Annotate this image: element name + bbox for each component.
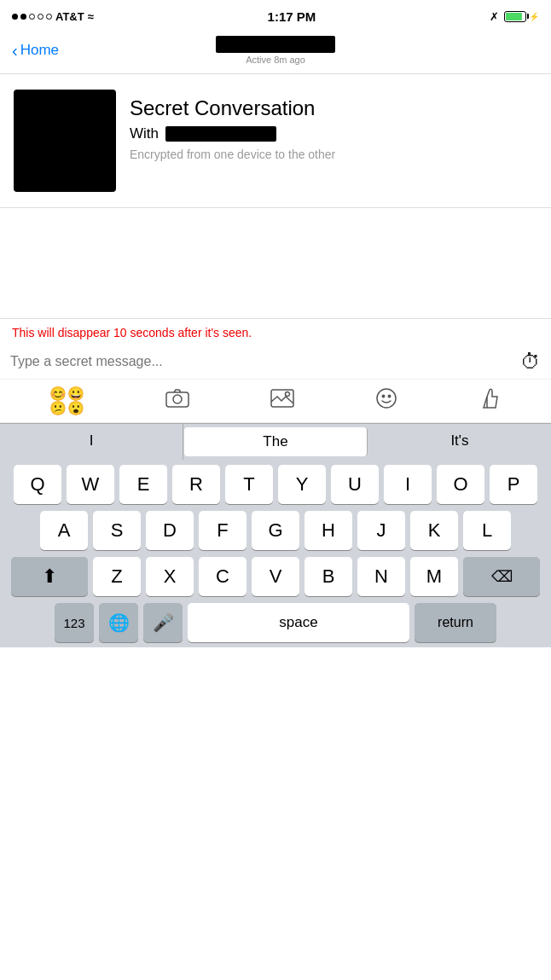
key-o[interactable]: O (437, 465, 484, 504)
suggestion-i[interactable]: I (0, 424, 183, 460)
key-e[interactable]: E (119, 465, 167, 504)
key-mic[interactable]: 🎤 (143, 603, 183, 642)
status-left: AT&T ≈ (12, 10, 94, 23)
key-shift[interactable]: ⬆ (11, 557, 88, 596)
key-x[interactable]: X (146, 557, 194, 596)
keyboard-row-2: A S D F G H J K L (3, 511, 548, 550)
status-time: 1:17 PM (268, 9, 316, 24)
profile-section: Secret Conversation With Encrypted from … (0, 74, 551, 208)
svg-point-5 (382, 395, 384, 397)
keyboard-row-1: Q W E R T Y U I O P (3, 465, 548, 504)
svg-point-6 (388, 395, 390, 397)
battery-body (504, 11, 526, 22)
timer-icon[interactable]: ⏱ (520, 350, 541, 374)
emoji-1: 😊 (49, 387, 67, 401)
key-r[interactable]: R (172, 465, 220, 504)
key-c[interactable]: C (199, 557, 246, 596)
key-s[interactable]: S (93, 511, 141, 550)
key-u[interactable]: U (331, 465, 379, 504)
thumbsup-button[interactable] (478, 386, 502, 415)
dot-5 (46, 14, 52, 20)
battery-indicator: ⚡ (504, 11, 539, 22)
key-v[interactable]: V (252, 557, 299, 596)
key-b[interactable]: B (304, 557, 352, 596)
dot-3 (29, 14, 35, 20)
key-123[interactable]: 123 (55, 603, 94, 642)
key-q[interactable]: Q (14, 465, 61, 504)
status-bar: AT&T ≈ 1:17 PM ✗ ⚡ (0, 0, 551, 31)
emoji-4: 😮 (67, 402, 84, 415)
svg-point-1 (173, 395, 182, 403)
message-input[interactable] (10, 354, 512, 369)
gallery-button[interactable] (270, 388, 294, 414)
back-label: Home (20, 42, 59, 59)
key-k[interactable]: K (410, 511, 458, 550)
avatar (14, 90, 116, 192)
key-z[interactable]: Z (93, 557, 141, 596)
profile-description: Encrypted from one device to the other (130, 148, 335, 161)
message-area (0, 208, 551, 319)
num-label: 123 (63, 616, 84, 630)
keyboard-bottom-row: 123 🌐 🎤 space return (3, 603, 548, 642)
keyboard-suggestions: I The It's (0, 423, 551, 460)
disappear-notice: This will disappear 10 seconds after it'… (0, 319, 551, 345)
key-w[interactable]: W (67, 465, 114, 504)
key-y[interactable]: Y (278, 465, 326, 504)
carrier-label: AT&T (55, 10, 84, 23)
dot-2 (20, 14, 26, 20)
nav-subtitle: Active 8m ago (216, 55, 335, 65)
key-return[interactable]: return (415, 603, 496, 642)
keyboard: Q W E R T Y U I O P A S D F G H J K L ⬆ … (0, 460, 551, 647)
emoji-button[interactable]: 😊 😀 😕 😮 (49, 387, 84, 415)
battery-fill (506, 13, 522, 20)
suggestion-the[interactable]: The (184, 427, 368, 456)
profile-with-row: With (130, 125, 335, 142)
shift-icon: ⬆ (42, 565, 57, 588)
camera-button[interactable] (165, 388, 189, 414)
bluetooth-icon: ✗ (490, 10, 499, 23)
key-globe[interactable]: 🌐 (99, 603, 138, 642)
backspace-icon: ⌫ (491, 567, 513, 586)
key-g[interactable]: G (252, 511, 299, 550)
suggestion-its[interactable]: It's (368, 424, 551, 460)
key-j[interactable]: J (357, 511, 405, 550)
nav-bar: ‹ Home Active 8m ago (0, 31, 551, 74)
svg-point-3 (285, 392, 289, 397)
status-right: ✗ ⚡ (490, 10, 539, 23)
key-p[interactable]: P (490, 465, 537, 504)
wifi-icon: ≈ (88, 10, 94, 23)
mic-icon: 🎤 (153, 612, 174, 633)
signal-dots (12, 14, 52, 20)
emoji-smiley-button[interactable] (375, 387, 397, 415)
key-t[interactable]: T (225, 465, 273, 504)
key-backspace[interactable]: ⌫ (463, 557, 540, 596)
key-m[interactable]: M (410, 557, 458, 596)
dot-1 (12, 14, 18, 20)
with-label: With (130, 125, 159, 142)
profile-info: Secret Conversation With Encrypted from … (116, 90, 335, 161)
nav-center: Active 8m ago (216, 36, 335, 65)
back-chevron-icon: ‹ (12, 41, 18, 61)
back-button[interactable]: ‹ Home (12, 41, 59, 61)
keyboard-row-3: ⬆ Z X C V B N M ⌫ (3, 557, 548, 596)
key-n[interactable]: N (357, 557, 405, 596)
svg-point-4 (377, 389, 396, 408)
conversation-title: Secret Conversation (130, 96, 335, 120)
battery-bolt-icon: ⚡ (529, 12, 539, 21)
emoji-2: 😀 (67, 387, 84, 401)
emoji-3: 😕 (49, 402, 67, 415)
key-i[interactable]: I (384, 465, 432, 504)
key-space[interactable]: space (188, 603, 409, 642)
key-f[interactable]: F (199, 511, 246, 550)
toolbar: 😊 😀 😕 😮 (0, 380, 551, 423)
globe-icon: 🌐 (108, 612, 130, 633)
profile-name-redacted (165, 126, 276, 142)
key-d[interactable]: D (146, 511, 194, 550)
dot-4 (38, 14, 44, 20)
key-a[interactable]: A (40, 511, 88, 550)
input-bar: ⏱ (0, 345, 551, 380)
nav-redacted-name (216, 36, 335, 53)
key-l[interactable]: L (463, 511, 511, 550)
key-h[interactable]: H (304, 511, 352, 550)
